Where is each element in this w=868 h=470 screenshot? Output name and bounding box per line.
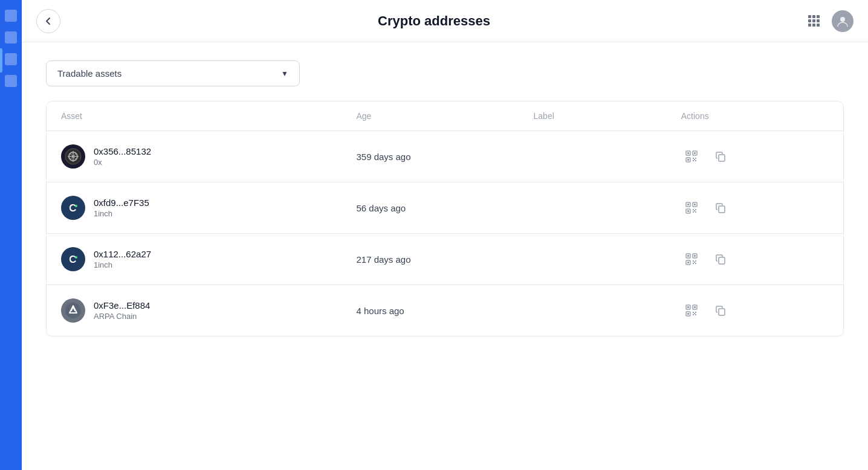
sidebar-dot-1 — [5, 10, 17, 22]
sidebar-dot-4 — [5, 75, 17, 87]
svg-rect-41 — [695, 260, 696, 262]
header-right — [803, 10, 853, 32]
header: Crypto addresses — [22, 0, 868, 42]
svg-rect-30 — [694, 210, 695, 211]
svg-rect-45 — [719, 257, 725, 264]
qr-code-button-0[interactable] — [681, 146, 702, 167]
svg-rect-57 — [694, 313, 695, 314]
qr-code-button-2[interactable] — [681, 249, 702, 269]
sidebar-accent — [0, 48, 2, 72]
sidebar-dot-2 — [5, 31, 17, 43]
svg-point-32 — [65, 251, 81, 267]
asset-cell-0: 0x356...85132 0x — [61, 144, 356, 169]
avatar[interactable] — [832, 10, 853, 32]
svg-rect-39 — [687, 262, 689, 263]
asset-icon-0 — [61, 144, 85, 169]
svg-rect-53 — [693, 312, 694, 313]
asset-info-3: 0xF3e...Ef884 ARPA Chain — [94, 300, 150, 321]
asset-cell-1: 0xfd9...e7F35 1inch — [61, 196, 356, 220]
svg-rect-52 — [687, 313, 689, 315]
asset-icon-2 — [61, 247, 85, 271]
actions-cell-1 — [681, 198, 829, 218]
svg-rect-42 — [693, 263, 694, 264]
svg-rect-43 — [695, 263, 696, 264]
table-header: Asset Age Label Actions — [47, 101, 843, 131]
age-cell-2: 217 days ago — [356, 254, 533, 265]
asset-icon-1 — [61, 196, 85, 220]
svg-point-0 — [840, 17, 845, 22]
svg-rect-12 — [693, 158, 694, 159]
svg-rect-7 — [687, 152, 689, 154]
qr-code-button-1[interactable] — [681, 198, 702, 218]
svg-rect-50 — [694, 306, 696, 308]
copy-button-0[interactable] — [710, 146, 731, 167]
svg-rect-58 — [719, 309, 725, 315]
grid-icon — [808, 15, 820, 27]
asset-info-2: 0x112...62a27 1inch — [94, 249, 151, 269]
svg-rect-25 — [687, 210, 689, 212]
grid-menu-button[interactable] — [803, 10, 824, 32]
dropdown-wrapper: Tradable assets ▼ — [46, 60, 844, 86]
svg-rect-11 — [687, 159, 689, 161]
sidebar — [0, 0, 22, 470]
back-arrow-icon — [44, 16, 53, 26]
chevron-down-icon: ▼ — [281, 69, 288, 78]
svg-rect-35 — [687, 255, 689, 257]
table-row: 0x356...85132 0x 359 days ago — [47, 131, 843, 182]
svg-rect-9 — [694, 152, 696, 154]
svg-rect-44 — [694, 262, 695, 263]
sidebar-dot-3 — [5, 53, 17, 65]
actions-cell-2 — [681, 249, 829, 269]
svg-rect-15 — [695, 160, 696, 161]
svg-rect-29 — [695, 211, 696, 213]
table-row: 0x112...62a27 1inch 217 days ago — [47, 234, 843, 285]
svg-rect-13 — [695, 158, 696, 159]
svg-rect-37 — [694, 255, 696, 257]
svg-point-33 — [75, 256, 77, 259]
addresses-table: Asset Age Label Actions — [46, 101, 844, 336]
svg-point-46 — [65, 303, 81, 318]
svg-rect-16 — [694, 159, 695, 160]
asset-name-3: ARPA Chain — [94, 312, 150, 321]
svg-rect-54 — [695, 312, 696, 313]
col-actions: Actions — [681, 111, 829, 121]
svg-rect-17 — [719, 155, 725, 161]
asset-type-dropdown[interactable]: Tradable assets ▼ — [46, 60, 300, 86]
asset-icon-3 — [61, 298, 85, 323]
svg-rect-21 — [687, 204, 689, 205]
svg-rect-56 — [695, 314, 696, 315]
asset-address-2: 0x112...62a27 — [94, 249, 151, 259]
asset-cell-3: 0xF3e...Ef884 ARPA Chain — [61, 298, 356, 323]
age-cell-3: 4 hours ago — [356, 306, 533, 316]
svg-rect-40 — [693, 260, 694, 262]
back-button[interactable] — [36, 9, 60, 33]
svg-rect-26 — [693, 209, 694, 210]
age-cell-1: 56 days ago — [356, 203, 533, 213]
svg-rect-31 — [719, 206, 725, 213]
copy-button-1[interactable] — [710, 198, 731, 218]
svg-point-19 — [75, 205, 77, 207]
actions-cell-0 — [681, 146, 829, 167]
asset-address-0: 0x356...85132 — [94, 146, 151, 156]
asset-info-1: 0xfd9...e7F35 1inch — [94, 198, 149, 218]
svg-rect-27 — [695, 209, 696, 210]
actions-cell-3 — [681, 300, 829, 321]
age-cell-0: 359 days ago — [356, 152, 533, 162]
header-left — [36, 9, 60, 33]
dropdown-label: Tradable assets — [57, 68, 121, 79]
qr-code-button-3[interactable] — [681, 300, 702, 321]
asset-cell-2: 0x112...62a27 1inch — [61, 247, 356, 271]
copy-button-3[interactable] — [710, 300, 731, 321]
content-area: Tradable assets ▼ Asset Age Label Action… — [22, 42, 868, 470]
copy-button-2[interactable] — [710, 249, 731, 269]
col-asset: Asset — [61, 111, 356, 121]
svg-rect-28 — [693, 211, 694, 213]
asset-name-2: 1inch — [94, 260, 151, 269]
asset-info-0: 0x356...85132 0x — [94, 146, 151, 167]
table-row: 0xF3e...Ef884 ARPA Chain 4 hours ago — [47, 285, 843, 336]
asset-address-1: 0xfd9...e7F35 — [94, 198, 149, 208]
svg-point-18 — [65, 200, 81, 216]
asset-name-0: 0x — [94, 158, 151, 167]
svg-rect-14 — [693, 160, 694, 161]
asset-address-3: 0xF3e...Ef884 — [94, 300, 150, 311]
